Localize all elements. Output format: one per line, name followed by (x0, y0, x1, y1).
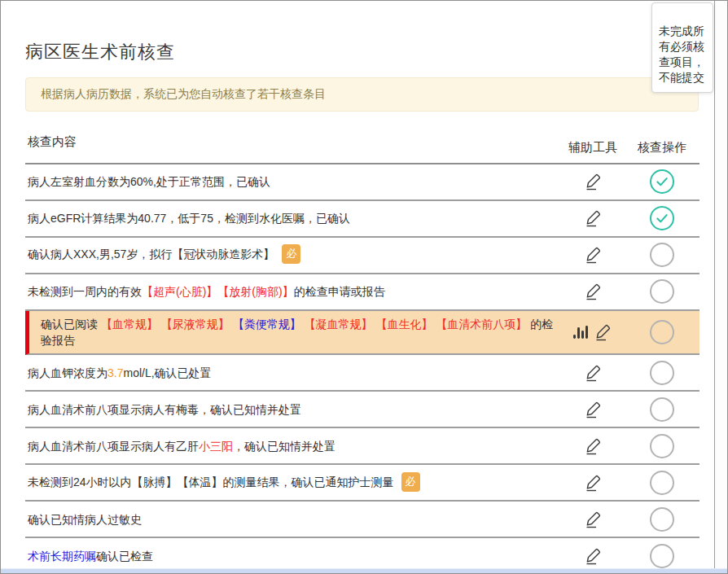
edit-pencil-icon[interactable] (582, 472, 604, 493)
check-item-segment-red: 小三阳 (199, 440, 233, 453)
status-circle-unchecked[interactable] (650, 361, 674, 385)
alert-text: 根据病人病历数据，系统已为您自动核查了若干核查条目 (41, 87, 326, 102)
edit-pencil-icon[interactable] (582, 509, 604, 530)
row-ops (625, 471, 699, 495)
edit-pencil-icon[interactable] (582, 399, 604, 420)
table-row: 确认已知情病人过敏史 (25, 502, 699, 538)
row-tools (561, 399, 625, 420)
table-row: 病人血钾浓度为3.7mol/L,确认已处置 (25, 355, 699, 392)
check-item-segment: 未检测到一周内的有效 (28, 285, 142, 298)
col-header-tools: 辅助工具 (561, 140, 625, 156)
check-item-segment: 确认已知情病人过敏史 (28, 513, 142, 526)
status-circle-unchecked[interactable] (650, 507, 674, 532)
page-title: 病区医生术前核查 (25, 40, 715, 64)
alert-banner: 根据病人病历数据，系统已为您自动核查了若干核查条目 (25, 77, 699, 112)
row-ops (625, 169, 699, 194)
col-header-content: 核查内容 (25, 128, 561, 156)
check-item-segment-red: 【尿液常规】 (158, 318, 230, 331)
table-row: 病人血清术前八项显示病人有梅毒，确认已知情并处置 (25, 392, 699, 428)
check-item-text: 病人血钾浓度为3.7mol/L,确认已处置 (25, 360, 561, 386)
check-item-segment: ，确认已知情并处置 (233, 440, 335, 453)
check-table: 核查内容 辅助工具 核查操作 病人左室射血分数为60%,处于正常范围，已确认 病… (25, 128, 699, 573)
check-item-segment: 病人eGFR计算结果为40.77，低于75，检测到水化医嘱，已确认 (28, 212, 350, 225)
check-item-segment: 未检测到24小时以内【脉搏】【体温】的测量结果，确认已通知护士测量 (28, 475, 394, 489)
col-header-ops: 核查操作 (625, 140, 699, 156)
row-tools (561, 362, 625, 383)
check-item-text: 病人血清术前八项显示病人有梅毒，确认已知情并处置 (25, 397, 561, 423)
preop-check-window: 病区医生术前核查 根据病人病历数据，系统已为您自动核查了若干核查条目 核查内容 … (0, 0, 728, 574)
row-ops (625, 279, 699, 304)
row-ops (625, 320, 699, 344)
edit-pencil-icon[interactable] (592, 322, 614, 343)
check-item-text: 确认已知情病人过敏史 (25, 506, 561, 532)
table-row: 未检测到24小时以内【脉搏】【体温】的测量结果，确认已通知护士测量必 (25, 465, 699, 502)
row-tools (561, 322, 625, 343)
table-row: 病人eGFR计算结果为40.77，低于75，检测到水化医嘱，已确认 (25, 201, 699, 238)
row-tools (561, 546, 625, 567)
check-table-body: 病人左室射血分数为60%,处于正常范围，已确认 病人eGFR计算结果为40.77… (25, 164, 699, 573)
edit-pencil-icon[interactable] (582, 208, 604, 229)
bar-chart-icon[interactable] (572, 322, 590, 343)
check-item-segment-blue[interactable]: 术前长期药嘱 (28, 550, 96, 563)
table-row: 确认病人XXX,男,57岁，拟行【冠状动脉造影术】必 (25, 238, 699, 274)
edit-pencil-icon[interactable] (582, 546, 604, 567)
row-ops (625, 507, 699, 532)
row-tools (561, 281, 625, 302)
check-icon (651, 208, 673, 229)
table-row: 病人左室射血分数为60%,处于正常范围，已确认 (25, 164, 699, 201)
check-item-segment-red: 【凝血常规】 (301, 318, 373, 331)
main-content: 病区医生术前核查 根据病人病历数据，系统已为您自动核查了若干核查条目 核查内容 … (1, 1, 715, 573)
table-row: 未检测到一周内的有效【超声(心脏)】【放射(胸部)】的检查申请或报告 (25, 274, 699, 311)
table-row: 确认已阅读 【血常规】 【尿液常规】 【粪便常规】 【凝血常规】 【血生化】 【… (25, 311, 699, 356)
scrollbar-track[interactable] (714, 1, 727, 568)
status-circle-unchecked[interactable] (650, 243, 674, 267)
check-item-text: 病人左室射血分数为60%,处于正常范围，已确认 (25, 169, 561, 195)
check-item-text: 术前长期药嘱确认已检查 (25, 543, 561, 569)
check-item-text: 未检测到一周内的有效【超声(心脏)】【放射(胸部)】的检查申请或报告 (25, 278, 561, 305)
status-circle-unchecked[interactable] (650, 320, 674, 344)
row-ops (625, 434, 699, 458)
required-badge: 必 (282, 244, 300, 264)
row-tools (561, 436, 625, 457)
check-item-text: 病人eGFR计算结果为40.77，低于75，检测到水化医嘱，已确认 (25, 205, 561, 231)
row-ops (625, 397, 699, 422)
row-tools (561, 509, 625, 530)
page-background-strip (1, 568, 727, 573)
check-item-text: 病人血清术前八项显示病人有乙肝小三阳，确认已知情并处置 (25, 433, 561, 459)
edit-pencil-icon[interactable] (582, 362, 604, 383)
status-circle-unchecked[interactable] (650, 471, 674, 495)
check-item-segment-red: 【放射(胸部)】 (217, 285, 293, 298)
submit-blocked-tooltip: 未完成所有必须核查项目，不能提交 (651, 2, 713, 93)
status-circle-unchecked[interactable] (650, 544, 674, 568)
required-badge: 必 (401, 472, 420, 492)
row-tools (561, 171, 625, 192)
table-row: 病人血清术前八项显示病人有乙肝小三阳，确认已知情并处置 (25, 428, 699, 465)
check-item-segment-orange: 3.7 (107, 366, 123, 379)
status-circle-unchecked[interactable] (650, 397, 674, 422)
check-item-segment-red: 【血常规】 (101, 318, 158, 331)
status-circle-checked[interactable] (650, 206, 674, 230)
check-item-segment: 确认病人XXX,男,57岁，拟行【冠状动脉造影术】 (28, 248, 274, 261)
row-tools (561, 472, 625, 493)
status-circle-unchecked[interactable] (650, 434, 674, 458)
check-item-segment: 确认已阅读 (41, 318, 101, 331)
check-item-segment: 确认已检查 (96, 550, 153, 563)
check-item-segment-blue[interactable]: 【粪便常规】 (230, 318, 301, 331)
row-ops (625, 544, 699, 568)
row-ops (625, 243, 699, 267)
row-ops (625, 361, 699, 385)
edit-pencil-icon[interactable] (582, 436, 604, 457)
edit-pencil-icon[interactable] (582, 281, 604, 302)
row-tools (561, 244, 625, 265)
table-header-row: 核查内容 辅助工具 核查操作 (25, 128, 699, 164)
status-circle-unchecked[interactable] (650, 279, 674, 304)
edit-pencil-icon[interactable] (582, 244, 604, 265)
check-item-segment-red: 【血生化】 (373, 318, 433, 331)
row-tools (561, 208, 625, 229)
status-circle-checked[interactable] (650, 169, 674, 194)
check-item-segment: 病人左室射血分数为60%,处于正常范围，已确认 (28, 175, 270, 188)
edit-pencil-icon[interactable] (582, 171, 604, 192)
check-item-text: 确认已阅读 【血常规】 【尿液常规】 【粪便常规】 【凝血常规】 【血生化】 【… (29, 311, 561, 354)
row-ops (625, 206, 699, 230)
check-item-segment: 病人血清术前八项显示病人有乙肝 (28, 440, 199, 453)
